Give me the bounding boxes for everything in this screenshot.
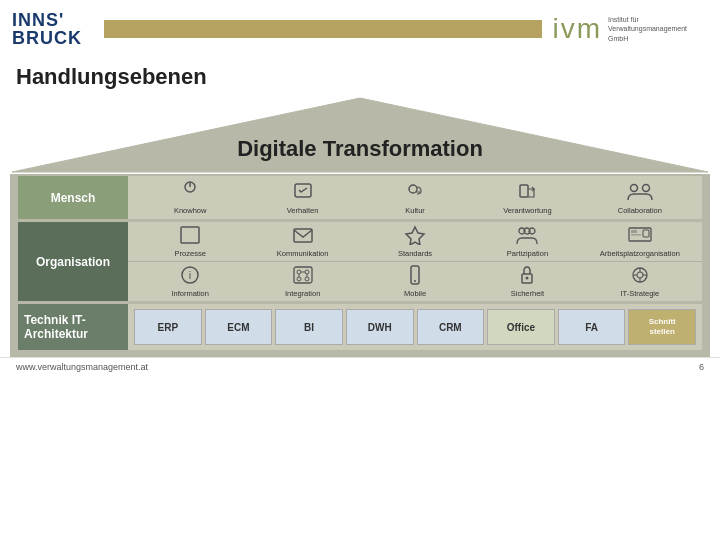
verhalten-label: Verhalten xyxy=(287,206,319,215)
collaboration-icon xyxy=(626,180,654,205)
mobile-icon xyxy=(404,265,426,288)
sicherheit-item: Sicherheit xyxy=(471,265,583,298)
page-title-area: Handlungsebenen xyxy=(0,58,720,94)
sicherheit-icon xyxy=(516,265,538,288)
integration-item: Integration xyxy=(246,265,358,298)
verantwortung-label: Verantwortung xyxy=(503,206,551,215)
logo-line2: BRUCK xyxy=(12,29,82,47)
innsbruck-logo: INNS' BRUCK xyxy=(12,11,82,47)
it-strategie-item: IT-Strategie xyxy=(584,265,696,298)
sicherheit-label: Sicherheit xyxy=(511,289,544,298)
tech-schnitt: Schnittstellen xyxy=(628,309,696,345)
integration-label: Integration xyxy=(285,289,320,298)
prozesse-icon xyxy=(179,225,201,248)
svg-rect-18 xyxy=(643,230,649,237)
mobile-label: Mobile xyxy=(404,289,426,298)
kommunikation-item: Kommunikation xyxy=(246,225,358,258)
mensch-icons: Knowhow Verhalten Kultur xyxy=(128,176,702,219)
arbeitsplatz-icon xyxy=(627,225,653,248)
standards-icon xyxy=(404,225,426,248)
svg-point-2 xyxy=(189,182,191,184)
technik-row: Technik IT-Architektur ERP ECM BI DWH CR… xyxy=(18,304,702,350)
ivm-logo: ivm Institut für Verwaltungsmanagement G… xyxy=(552,13,708,45)
mensch-label: Mensch xyxy=(18,176,128,219)
footer: www.verwaltungsmanagement.at 6 xyxy=(0,357,720,376)
kommunikation-icon xyxy=(292,225,314,248)
ivm-subtitle: Institut für Verwaltungsmanagement GmbH xyxy=(608,15,708,42)
partizipation-item: Partizipation xyxy=(471,225,583,258)
svg-point-23 xyxy=(305,270,309,274)
standards-item: Standards xyxy=(359,225,471,258)
svg-point-25 xyxy=(305,277,309,281)
integration-icon xyxy=(292,265,314,288)
digital-transformation-text: Digitale Transformation xyxy=(237,136,483,161)
tech-icons: ERP ECM BI DWH CRM Office FA Schnittstel… xyxy=(128,304,702,350)
org-row: Organisation Prozesse Kommunikation xyxy=(18,222,702,301)
header-bar xyxy=(104,20,542,38)
svg-point-30 xyxy=(414,280,416,282)
org-label: Organisation xyxy=(18,222,128,301)
svg-rect-9 xyxy=(181,227,199,243)
tech-ecm: ECM xyxy=(205,309,273,345)
tech-label: Technik IT-Architektur xyxy=(18,304,128,350)
kultur-label: Kultur xyxy=(405,206,425,215)
org-sub-row1: Prozesse Kommunikation Standards xyxy=(128,222,702,262)
tech-erp: ERP xyxy=(134,309,202,345)
arbeitsplatz-item: Arbeitsplatzorganisation xyxy=(584,225,696,258)
tech-dwh: DWH xyxy=(346,309,414,345)
standards-label: Standards xyxy=(398,249,432,258)
org-icon-block: Prozesse Kommunikation Standards xyxy=(128,222,702,301)
kommunikation-label: Kommunikation xyxy=(277,249,329,258)
svg-point-8 xyxy=(642,185,649,192)
information-icon: i xyxy=(179,265,201,288)
svg-marker-11 xyxy=(406,227,424,245)
tech-bi: BI xyxy=(275,309,343,345)
mensch-row: Mensch Knowhow Verhalten xyxy=(18,176,702,219)
footer-page: 6 xyxy=(699,362,704,372)
knowhow-item: Knowhow xyxy=(134,180,246,215)
partizipation-label: Partizipation xyxy=(507,249,548,258)
ivm-text: ivm xyxy=(552,13,602,45)
svg-text:i: i xyxy=(189,269,191,281)
prozesse-item: Prozesse xyxy=(134,225,246,258)
tech-office: Office xyxy=(487,309,555,345)
house-body: Mensch Knowhow Verhalten xyxy=(10,174,710,357)
it-strategie-icon xyxy=(629,265,651,288)
collaboration-item: Collaboration xyxy=(584,180,696,215)
verhalten-item: Verhalten xyxy=(246,180,358,215)
logo-line1: INNS' xyxy=(12,11,82,29)
tech-crm: CRM xyxy=(417,309,485,345)
knowhow-icon xyxy=(178,180,202,205)
tech-fa: FA xyxy=(558,309,626,345)
svg-point-24 xyxy=(297,277,301,281)
footer-url: www.verwaltungsmanagement.at xyxy=(16,362,148,372)
information-label: Information xyxy=(171,289,209,298)
mobile-item: Mobile xyxy=(359,265,471,298)
svg-rect-10 xyxy=(294,229,312,242)
prozesse-label: Prozesse xyxy=(175,249,206,258)
arbeitsplatz-label: Arbeitsplatzorganisation xyxy=(600,249,680,258)
svg-point-34 xyxy=(637,272,643,278)
header: INNS' BRUCK ivm Institut für Verwaltungs… xyxy=(0,0,720,58)
knowhow-label: Knowhow xyxy=(174,206,207,215)
verantwortung-item: Verantwortung xyxy=(471,180,583,215)
svg-point-7 xyxy=(630,185,637,192)
svg-rect-17 xyxy=(631,234,641,236)
verantwortung-icon xyxy=(515,180,539,205)
house-wrapper: Digitale Transformation Mensch Knowhow V… xyxy=(10,94,710,357)
information-item: i Information xyxy=(134,265,246,298)
kultur-item: Kultur xyxy=(359,180,471,215)
collaboration-label: Collaboration xyxy=(618,206,662,215)
svg-rect-6 xyxy=(520,185,528,197)
partizipation-icon xyxy=(514,225,540,248)
it-strategie-label: IT-Strategie xyxy=(620,289,659,298)
svg-rect-21 xyxy=(294,267,312,283)
svg-point-4 xyxy=(409,185,417,193)
svg-rect-16 xyxy=(631,230,637,233)
svg-point-22 xyxy=(297,270,301,274)
svg-rect-5 xyxy=(416,191,420,193)
verhalten-icon xyxy=(291,180,315,205)
org-sub-row2: i Information Integration xyxy=(128,262,702,301)
kultur-icon xyxy=(403,180,427,205)
page-title: Handlungsebenen xyxy=(16,64,207,89)
